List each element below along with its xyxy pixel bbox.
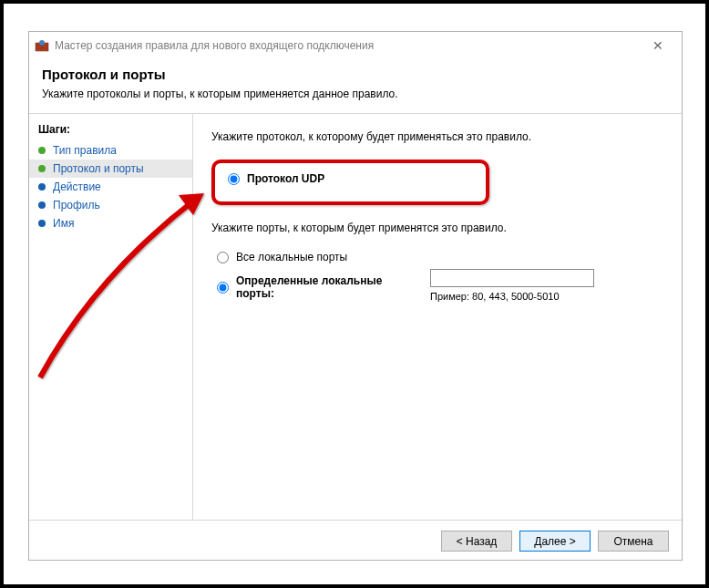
radio-udp-label: Протокол UDP bbox=[247, 172, 324, 185]
radio-all-ports[interactable] bbox=[217, 252, 229, 263]
radio-all-ports-row[interactable]: Все локальные порты bbox=[217, 251, 665, 263]
annotation-highlight: Протокол UDP bbox=[211, 160, 489, 205]
step-protocol-ports[interactable]: Протокол и порты bbox=[29, 160, 192, 178]
step-profile[interactable]: Профиль bbox=[29, 196, 192, 214]
radio-specific-ports-label: Определенные локальные порты: bbox=[236, 274, 421, 300]
specific-ports-input[interactable] bbox=[430, 269, 594, 287]
steps-heading: Шаги: bbox=[29, 119, 192, 141]
protocol-prompt: Укажите протокол, к которому будет приме… bbox=[211, 130, 665, 143]
step-bullet-icon bbox=[38, 183, 46, 191]
firewall-icon bbox=[35, 38, 49, 53]
back-button[interactable]: < Назад bbox=[441, 531, 512, 552]
radio-all-ports-label: Все локальные порты bbox=[236, 251, 347, 263]
titlebar: Мастер создания правила для нового входя… bbox=[29, 32, 682, 59]
step-name[interactable]: Имя bbox=[29, 214, 192, 232]
svg-point-7 bbox=[39, 40, 45, 46]
cancel-button[interactable]: Отмена bbox=[598, 531, 669, 552]
window-title: Мастер создания правила для нового входя… bbox=[55, 39, 640, 52]
step-label: Действие bbox=[53, 181, 101, 193]
step-label: Протокол и порты bbox=[53, 162, 144, 175]
step-label: Тип правила bbox=[53, 144, 117, 157]
header: Протокол и порты Укажите протоколы и пор… bbox=[29, 59, 682, 108]
ports-example: Пример: 80, 443, 5000-5010 bbox=[430, 291, 594, 302]
ports-prompt: Укажите порты, к которым будет применятс… bbox=[211, 222, 665, 234]
page-title: Протокол и порты bbox=[42, 67, 669, 82]
steps-sidebar: Шаги: Тип правила Протокол и порты Дейст… bbox=[29, 114, 193, 520]
radio-specific-ports-row[interactable]: Определенные локальные порты: bbox=[217, 274, 421, 300]
wizard-window: Мастер создания правила для нового входя… bbox=[28, 31, 683, 561]
footer: < Назад Далее > Отмена bbox=[29, 520, 682, 562]
radio-udp[interactable] bbox=[228, 173, 240, 185]
step-rule-type[interactable]: Тип правила bbox=[29, 141, 192, 160]
next-button[interactable]: Далее > bbox=[519, 531, 591, 552]
content-pane: Укажите протокол, к которому будет приме… bbox=[193, 114, 682, 520]
step-bullet-icon bbox=[38, 201, 46, 209]
close-icon[interactable]: ✕ bbox=[640, 38, 676, 53]
step-label: Имя bbox=[53, 217, 74, 230]
step-label: Профиль bbox=[53, 199, 100, 211]
page-subtitle: Укажите протоколы и порты, к которым при… bbox=[42, 88, 669, 100]
step-action[interactable]: Действие bbox=[29, 178, 192, 196]
step-bullet-icon bbox=[38, 165, 46, 172]
step-bullet-icon bbox=[38, 220, 46, 227]
radio-udp-row[interactable]: Протокол UDP bbox=[228, 172, 473, 185]
step-bullet-icon bbox=[38, 147, 46, 154]
radio-specific-ports[interactable] bbox=[217, 282, 229, 294]
